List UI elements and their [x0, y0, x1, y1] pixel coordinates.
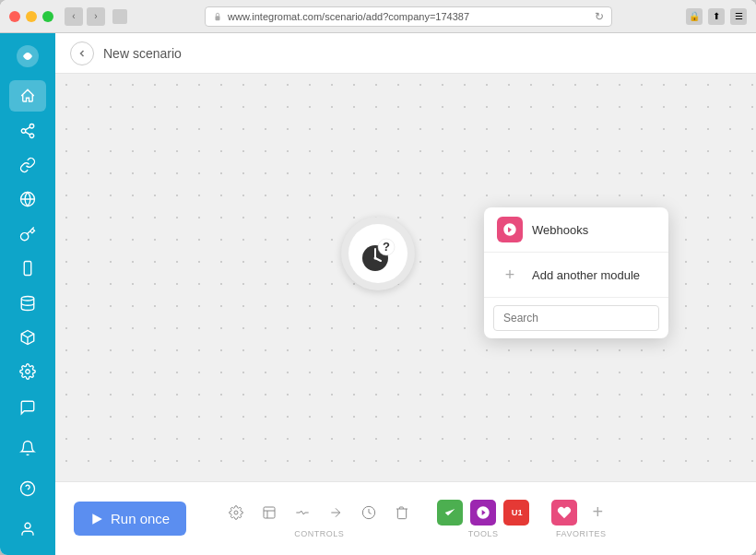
minimize-button[interactable] — [26, 11, 37, 22]
back-arrow-icon — [77, 49, 87, 58]
database-icon — [19, 295, 36, 312]
sidebar-item-devices[interactable] — [9, 253, 46, 283]
svg-rect-21 — [264, 507, 275, 518]
controls-label: CONTROLS — [294, 529, 344, 538]
back-nav-button[interactable]: ‹ — [65, 7, 83, 26]
share-icon[interactable]: ⬆ — [708, 8, 725, 25]
webhook-svg-icon — [502, 222, 517, 237]
sidebar-bottom — [9, 389, 46, 548]
sidebar-item-home[interactable] — [9, 80, 46, 111]
play-icon — [90, 513, 103, 525]
link-icon — [19, 157, 36, 173]
sidebar-item-profile[interactable] — [9, 513, 46, 546]
home-icon — [19, 88, 36, 104]
sidebar-item-share[interactable] — [9, 115, 46, 146]
svg-point-3 — [21, 128, 26, 133]
svg-text:?: ? — [383, 240, 390, 254]
module-popup: Webhooks + Add another module — [484, 207, 668, 338]
clock-tool[interactable] — [356, 500, 382, 525]
tools-items: U1 — [437, 500, 529, 525]
add-module-icon: + — [497, 262, 523, 288]
svg-point-9 — [26, 370, 30, 374]
cube-icon — [19, 329, 36, 346]
scenario-canvas[interactable]: ? Webhooks + Add another mo — [55, 74, 756, 481]
trigger-module[interactable]: ? — [341, 217, 415, 290]
lock-icon — [213, 12, 222, 21]
help-icon — [19, 480, 36, 497]
module-inner: ? — [348, 224, 408, 283]
sidebar-item-chat[interactable] — [9, 391, 46, 424]
maximize-button[interactable] — [42, 11, 53, 22]
favorites-group: + FAVORITES — [551, 500, 610, 538]
logo-icon — [15, 43, 41, 69]
bottom-toolbar: Run once — [55, 481, 756, 555]
red-tool[interactable]: U1 — [503, 500, 529, 525]
favorite-webhook-tool[interactable] — [551, 500, 577, 525]
sidebar-item-connections[interactable] — [9, 149, 46, 180]
topbar: New scenario — [55, 33, 756, 74]
svg-point-4 — [30, 134, 34, 138]
window-icon — [112, 9, 127, 24]
sidebar-item-settings[interactable] — [9, 357, 46, 387]
key-icon — [19, 226, 36, 242]
run-once-label: Run once — [111, 511, 170, 526]
svg-point-16 — [374, 257, 377, 260]
sidebar-item-webhooks[interactable] — [9, 184, 46, 215]
logo — [11, 41, 44, 71]
run-once-button[interactable]: Run once — [74, 502, 186, 536]
settings-tool[interactable] — [223, 500, 249, 525]
route-tool[interactable] — [289, 500, 315, 525]
search-input[interactable] — [493, 305, 659, 331]
app-body: New scenario — [0, 33, 756, 555]
arrow-tool[interactable] — [323, 500, 348, 525]
traffic-lights — [9, 11, 53, 22]
add-favorite-tool[interactable]: + — [585, 500, 610, 525]
add-module-option[interactable]: + Add another module — [484, 253, 668, 297]
favorites-label: FAVORITES — [556, 529, 606, 538]
svg-marker-19 — [92, 514, 102, 525]
sidebar — [0, 33, 55, 555]
share-icon — [19, 123, 36, 139]
scenario-title: New scenario — [103, 46, 182, 61]
back-button[interactable] — [70, 41, 94, 65]
close-button[interactable] — [9, 11, 20, 22]
sidebar-item-apps[interactable] — [9, 322, 46, 352]
chat-icon — [19, 399, 36, 416]
titlebar: ‹ › www.integromat.com/scenario/add?comp… — [0, 0, 756, 33]
purple-tool[interactable] — [470, 500, 496, 525]
settings-icon — [19, 363, 36, 380]
globe-icon — [19, 191, 36, 207]
svg-point-10 — [21, 482, 35, 496]
svg-text:U1: U1 — [512, 508, 523, 517]
user-icon — [19, 521, 36, 537]
webhooks-icon — [497, 217, 523, 242]
sidebar-toggle-icon[interactable]: ☰ — [730, 8, 747, 25]
add-module-label: Add another module — [532, 268, 640, 282]
svg-point-11 — [25, 523, 30, 528]
controls-items — [223, 500, 415, 525]
webhooks-option[interactable]: Webhooks — [484, 207, 668, 252]
trash-tool[interactable] — [389, 500, 415, 525]
tools-group: U1 TOOLS — [437, 500, 529, 538]
green-tool[interactable] — [437, 500, 463, 525]
bell-icon — [19, 440, 36, 456]
refresh-icon[interactable]: ↻ — [595, 10, 604, 23]
titlebar-right: 🔒 ⬆ ☰ — [686, 8, 747, 25]
tools-label: TOOLS — [468, 529, 499, 538]
controls-group: CONTROLS — [223, 500, 415, 538]
sidebar-item-notifications[interactable] — [9, 431, 46, 465]
clock-question-icon: ? — [355, 230, 401, 277]
nav-buttons: ‹ › — [65, 7, 105, 26]
popup-search-container — [484, 298, 668, 338]
forward-nav-button[interactable]: › — [87, 7, 105, 26]
sidebar-item-help[interactable] — [9, 472, 46, 505]
address-bar[interactable]: www.integromat.com/scenario/add?company=… — [205, 6, 612, 27]
svg-rect-6 — [24, 262, 31, 276]
svg-point-2 — [30, 124, 34, 128]
svg-rect-0 — [216, 16, 220, 20]
notes-tool[interactable] — [256, 500, 282, 525]
security-icon[interactable]: 🔒 — [686, 8, 703, 25]
sidebar-item-datastores[interactable] — [9, 288, 46, 318]
svg-point-8 — [21, 296, 34, 301]
sidebar-item-keys[interactable] — [9, 218, 46, 249]
